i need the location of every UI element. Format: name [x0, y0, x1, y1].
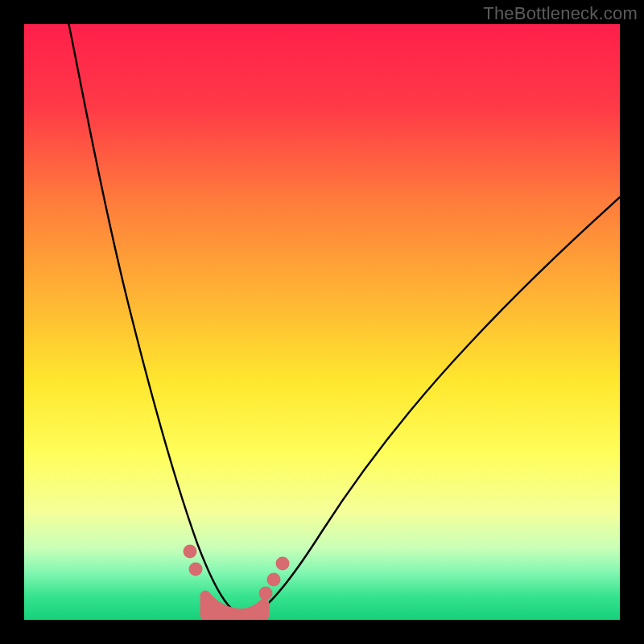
- curve-marker: [189, 563, 203, 576]
- curve-marker: [276, 557, 290, 571]
- chart-frame: TheBottleneck.com: [0, 0, 644, 644]
- curve-marker: [259, 587, 273, 601]
- curve-marker: [184, 545, 197, 559]
- plot-area: [24, 24, 620, 620]
- chart-svg: [24, 24, 620, 620]
- curve-marker: [267, 573, 281, 587]
- watermark: TheBottleneck.com: [483, 3, 638, 24]
